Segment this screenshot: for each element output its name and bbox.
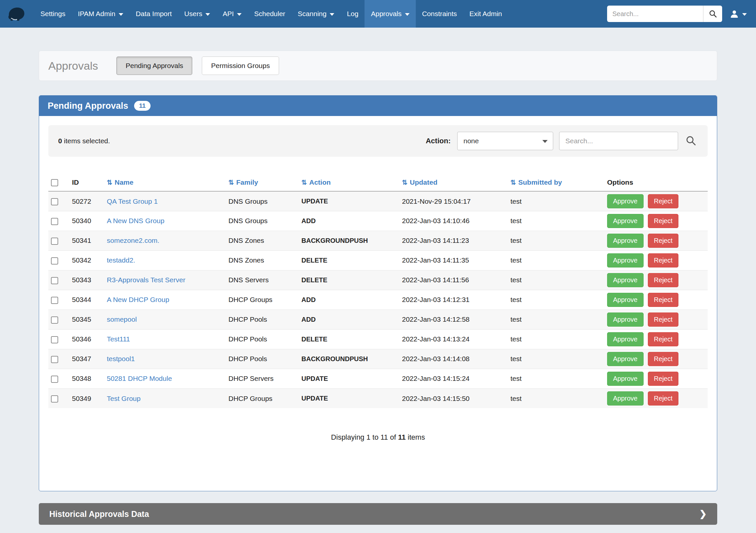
nav-item-constraints[interactable]: Constraints	[416, 0, 463, 28]
cell-action: UPDATE	[299, 369, 399, 388]
app-logo[interactable]	[0, 0, 34, 28]
caret-down-icon	[742, 13, 747, 16]
navbar-search-input[interactable]	[607, 6, 703, 22]
row-name-link[interactable]: 50281 DHCP Module	[107, 375, 172, 382]
row-name-link[interactable]: QA Test Group 1	[107, 198, 158, 205]
cell-family: DHCP Groups	[226, 290, 299, 309]
cell-action: ADD	[299, 309, 399, 329]
reject-button[interactable]: Reject	[648, 312, 678, 327]
caret-down-icon	[119, 13, 123, 16]
row-name-link[interactable]: A New DNS Group	[107, 217, 164, 225]
approve-button[interactable]: Approve	[607, 352, 644, 366]
approve-button[interactable]: Approve	[607, 214, 644, 228]
row-checkbox[interactable]	[51, 257, 58, 265]
cell-id: 50343	[69, 270, 104, 290]
row-name-link[interactable]: testadd2.	[107, 256, 135, 264]
top-navbar: Settings IPAM Admin Data Import Users AP…	[0, 0, 756, 28]
table-toolbar: 0 items selected. Action: none	[48, 125, 708, 157]
row-name-link[interactable]: A New DHCP Group	[107, 296, 169, 303]
row-checkbox[interactable]	[51, 297, 58, 304]
mammoth-logo-icon	[7, 6, 28, 21]
count-badge: 11	[134, 101, 150, 111]
row-checkbox[interactable]	[51, 238, 58, 245]
approve-button[interactable]: Approve	[607, 391, 644, 406]
approve-button[interactable]: Approve	[607, 234, 644, 248]
cell-family: DNS Zones	[226, 251, 299, 270]
select-all-checkbox[interactable]	[51, 179, 58, 186]
reject-button[interactable]: Reject	[648, 293, 678, 307]
row-name-link[interactable]: testpool1	[107, 355, 135, 362]
nav-item-scheduler[interactable]: Scheduler	[248, 0, 291, 28]
reject-button[interactable]: Reject	[648, 352, 678, 366]
cell-id: 50341	[69, 231, 104, 251]
cell-family: DHCP Pools	[226, 329, 299, 349]
historical-approvals-toggle[interactable]: Historical Approvals Data ❯	[39, 503, 717, 525]
row-checkbox[interactable]	[51, 277, 58, 284]
tab-permission-groups[interactable]: Permission Groups	[202, 57, 279, 75]
nav-item-log[interactable]: Log	[340, 0, 364, 28]
row-name-link[interactable]: Test Group	[107, 395, 141, 402]
approve-button[interactable]: Approve	[607, 332, 644, 346]
caret-down-icon	[330, 13, 334, 16]
col-header-submitted-by[interactable]: ⇅Submitted by	[508, 174, 605, 191]
reject-button[interactable]: Reject	[648, 194, 678, 208]
approve-button[interactable]: Approve	[607, 273, 644, 287]
reject-button[interactable]: Reject	[648, 332, 678, 346]
table-search-input[interactable]	[559, 132, 678, 150]
row-checkbox[interactable]	[51, 316, 58, 324]
nav-item-settings[interactable]: Settings	[34, 0, 72, 28]
cell-id: 50348	[69, 369, 104, 388]
row-checkbox[interactable]	[51, 376, 58, 383]
row-checkbox[interactable]	[51, 218, 58, 225]
table-row: 50343 R3-Approvals Test Server DNS Serve…	[48, 270, 708, 290]
row-checkbox[interactable]	[51, 356, 58, 363]
nav-item-data-import[interactable]: Data Import	[129, 0, 178, 28]
col-header-id: ID	[69, 174, 104, 191]
reject-button[interactable]: Reject	[648, 372, 678, 386]
cell-id: 50340	[69, 211, 104, 231]
cell-family: DNS Servers	[226, 270, 299, 290]
col-header-updated[interactable]: ⇅Updated	[399, 174, 508, 191]
nav-item-exit-admin[interactable]: Exit Admin	[463, 0, 508, 28]
col-header-family[interactable]: ⇅Family	[226, 174, 299, 191]
nav-item-users[interactable]: Users	[178, 0, 217, 28]
tab-pending-approvals[interactable]: Pending Approvals	[116, 57, 192, 75]
nav-item-api[interactable]: API	[216, 0, 248, 28]
approve-button[interactable]: Approve	[607, 372, 644, 386]
row-name-link[interactable]: Test111	[107, 335, 130, 343]
reject-button[interactable]: Reject	[648, 234, 678, 248]
nav-item-approvals[interactable]: Approvals	[364, 0, 416, 28]
reject-button[interactable]: Reject	[648, 253, 678, 267]
cell-action: DELETE	[299, 329, 399, 349]
col-header-action[interactable]: ⇅Action	[299, 174, 399, 191]
user-menu[interactable]	[729, 9, 756, 19]
table-search-button[interactable]	[684, 134, 698, 148]
action-select[interactable]: none	[457, 132, 553, 150]
approve-button[interactable]: Approve	[607, 293, 644, 307]
cell-submitted-by: test	[508, 388, 605, 408]
reject-button[interactable]: Reject	[648, 391, 678, 406]
navbar-search	[607, 6, 722, 22]
col-header-name[interactable]: ⇅Name	[104, 174, 226, 191]
cell-id: 50342	[69, 251, 104, 270]
row-name-link[interactable]: R3-Approvals Test Server	[107, 276, 185, 283]
approve-button[interactable]: Approve	[607, 312, 644, 327]
nav-item-scanning[interactable]: Scanning	[291, 0, 341, 28]
nav-item-ipam-admin[interactable]: IPAM Admin	[72, 0, 129, 28]
reject-button[interactable]: Reject	[648, 214, 678, 228]
sort-icon: ⇅	[107, 179, 112, 186]
approve-button[interactable]: Approve	[607, 194, 644, 208]
chevron-right-icon: ❯	[699, 509, 707, 519]
row-checkbox[interactable]	[51, 198, 58, 205]
row-name-link[interactable]: somepool	[107, 315, 137, 323]
panel-header: Pending Approvals 11	[39, 95, 717, 116]
reject-button[interactable]: Reject	[648, 273, 678, 287]
navbar-search-button[interactable]	[703, 6, 722, 22]
row-name-link[interactable]: somezone2.com.	[107, 237, 159, 244]
row-checkbox[interactable]	[51, 336, 58, 343]
table-row: 50341 somezone2.com. DNS Zones BACKGROUN…	[48, 231, 708, 251]
row-checkbox[interactable]	[51, 395, 58, 403]
approve-button[interactable]: Approve	[607, 253, 644, 267]
table-row: 50342 testadd2. DNS Zones DELETE 2022-Ja…	[48, 251, 708, 270]
table-row: 50340 A New DNS Group DNS Groups ADD 202…	[48, 211, 708, 231]
